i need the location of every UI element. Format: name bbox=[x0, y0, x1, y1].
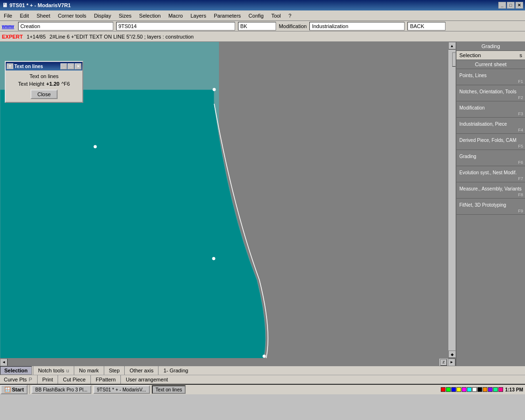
sep4 bbox=[124, 366, 125, 375]
color-swatch-ffffff[interactable] bbox=[472, 387, 477, 392]
fpattern[interactable]: FPattern bbox=[92, 376, 119, 383]
taskbar-flashback[interactable]: BB FlashBack Pro 3 Pl... bbox=[31, 385, 91, 394]
color-swatch-000000[interactable] bbox=[477, 387, 482, 392]
right-panel-btn-9[interactable]: FitNet, 3D PrototypingF9 bbox=[456, 199, 525, 215]
color-swatch-ff0000[interactable] bbox=[441, 387, 446, 392]
grading-header: Grading bbox=[456, 42, 525, 51]
menu-item-display[interactable]: Display bbox=[90, 12, 115, 20]
right-panel-btn-6[interactable]: GradingF6 bbox=[456, 150, 525, 166]
menu-item-file[interactable]: File bbox=[0, 12, 16, 20]
sep7 bbox=[58, 375, 58, 384]
minimize-button[interactable]: _ bbox=[498, 2, 506, 9]
curve-pts[interactable]: Curve Pts P bbox=[0, 376, 36, 383]
menu-item-config[interactable]: Config bbox=[245, 12, 267, 20]
selection-tool[interactable]: Selection bbox=[0, 366, 32, 375]
menu-item-parameters[interactable]: Parameters bbox=[210, 12, 245, 20]
grading-tool[interactable]: 1- Grading bbox=[159, 367, 192, 374]
no-mark[interactable]: No mark bbox=[75, 367, 103, 374]
right-panel-btn-7[interactable]: Evolution syst., Nest Modif.F7 bbox=[456, 166, 525, 182]
dialog-restore[interactable]: □ bbox=[68, 63, 74, 70]
sep8 bbox=[90, 375, 91, 384]
titlebar-left: 🖥 9TS01 * + - ModarisV7R1 bbox=[2, 2, 71, 9]
sheet-field: 9TS014 bbox=[116, 22, 235, 30]
dialog-close-x[interactable]: ✕ bbox=[75, 63, 81, 70]
user-arrangement[interactable]: User arrangement bbox=[122, 376, 172, 383]
menu-item-?[interactable]: ? bbox=[285, 12, 295, 20]
expert-label: EXPERT bbox=[2, 34, 23, 40]
selection-label: Selection bbox=[459, 52, 481, 58]
right-panel-btn-2[interactable]: Notches, Orientation, ToolsF2 bbox=[456, 85, 525, 101]
titlebar-controls: _ □ ✕ bbox=[498, 2, 523, 9]
color-swatch-00ff00[interactable] bbox=[446, 387, 451, 392]
infobar: EXPERT 1+14/85 2#Line 6 +"EDIT TEXT ON L… bbox=[0, 31, 525, 42]
scroll-left[interactable]: ◄ bbox=[0, 359, 8, 366]
color-swatch-0000ff[interactable] bbox=[451, 387, 456, 392]
menu-item-selection[interactable]: Selection bbox=[135, 12, 164, 20]
taskbar-time: 1:13 PM bbox=[505, 387, 523, 392]
cut-piece[interactable]: Cut Piece bbox=[59, 376, 89, 383]
selection-key: s bbox=[520, 52, 523, 58]
text-height-shortcut: ^F6 bbox=[61, 81, 70, 87]
svg-point-0 bbox=[94, 145, 97, 148]
menu-item-macro[interactable]: Macro bbox=[165, 12, 187, 20]
scroll-mid[interactable]: ◆ bbox=[448, 350, 456, 358]
scroll-right[interactable]: ► bbox=[448, 359, 456, 366]
maximize-button[interactable]: □ bbox=[507, 2, 515, 9]
scroll-thumb-v[interactable] bbox=[452, 52, 456, 67]
notch-tools[interactable]: Notch tools u bbox=[34, 367, 73, 374]
taskbar-textonlines[interactable]: Text on lines bbox=[152, 385, 186, 394]
info-code: 1+14/85 bbox=[27, 34, 46, 40]
current-sheet-button[interactable]: Current sheet bbox=[456, 60, 525, 69]
right-panel-btn-8[interactable]: Measure., Assembly, VariantsF8 bbox=[456, 182, 525, 199]
menu-item-tool[interactable]: Tool bbox=[267, 12, 285, 20]
print-tool[interactable]: Print bbox=[39, 376, 57, 383]
menu-item-sizes[interactable]: Sizes bbox=[115, 12, 135, 20]
color-swatch-ffff00[interactable] bbox=[456, 387, 461, 392]
dialog-close-button[interactable]: Close bbox=[30, 90, 57, 99]
taskbar-modaris[interactable]: 9TS01 * + - ModarisV... bbox=[93, 385, 150, 394]
dialog-icon: T bbox=[7, 63, 13, 69]
vertical-scrollbar[interactable]: ▲ ◆ ▼ bbox=[448, 42, 456, 366]
menu-item-sheet[interactable]: Sheet bbox=[33, 12, 54, 20]
dialog-text-height: Text Height +1.20 ^F6 bbox=[9, 81, 79, 87]
step-tool[interactable]: Step bbox=[105, 367, 124, 374]
color-swatch-ff8800[interactable] bbox=[483, 387, 487, 392]
right-panel-btn-5[interactable]: Derived Piece, Folds, CAMF5 bbox=[456, 134, 525, 150]
titlebar: 🖥 9TS01 * + - ModarisV7R1 _ □ ✕ bbox=[0, 0, 525, 10]
color-swatch-00ffff[interactable] bbox=[467, 387, 472, 392]
right-panel-btn-3[interactable]: ModificationF3 bbox=[456, 101, 525, 118]
www-link[interactable]: www bbox=[2, 23, 14, 29]
scroll-up[interactable]: ▲ bbox=[448, 42, 456, 50]
sep2 bbox=[74, 366, 74, 375]
back-field: BACK bbox=[407, 22, 446, 30]
menubar: FileEditSheetCorner toolsDisplaySizesSel… bbox=[0, 10, 525, 21]
close-button[interactable]: ✕ bbox=[515, 2, 523, 9]
scroll-track-h[interactable] bbox=[8, 359, 439, 366]
svg-point-1 bbox=[213, 88, 216, 91]
other-axis[interactable]: Other axis bbox=[126, 367, 157, 374]
dialog-minimize[interactable]: _ bbox=[60, 63, 67, 70]
color-swatch-ff0088[interactable] bbox=[498, 387, 503, 392]
menu-item-corner-tools[interactable]: Corner tools bbox=[54, 12, 90, 20]
dialog-main-label: Text on lines bbox=[9, 73, 79, 79]
dialog-title: Text on lines bbox=[14, 64, 43, 69]
right-panel: Grading Selection s Current sheet Points… bbox=[456, 42, 525, 366]
right-panel-btn-4[interactable]: Industrialisation, PieceF4 bbox=[456, 118, 525, 134]
right-panel-btn-1[interactable]: Points, LinesF1 bbox=[456, 69, 525, 85]
color-swatch-ff00ff[interactable] bbox=[462, 387, 466, 392]
menu-item-edit[interactable]: Edit bbox=[16, 12, 33, 20]
dialog-titlebar[interactable]: T Text on lines _ □ ✕ bbox=[6, 62, 82, 70]
taskbar-right: 1:13 PM bbox=[441, 387, 525, 392]
status-text: 2#Line 6 +"EDIT TEXT ON LINE 5"/2.50 ; l… bbox=[50, 34, 194, 40]
taskbar: 🪟 Start BB FlashBack Pro 3 Pl... 9TS01 *… bbox=[0, 384, 525, 394]
horizontal-scrollbar[interactable]: ◄ Z ► bbox=[0, 358, 456, 366]
sep3 bbox=[104, 366, 104, 375]
zoom-z[interactable]: Z bbox=[440, 359, 447, 366]
start-button[interactable]: 🪟 Start bbox=[0, 385, 28, 394]
modification-label: Modification bbox=[279, 23, 307, 29]
color-swatch-00ff88[interactable] bbox=[493, 387, 498, 392]
color-swatch-8800ff[interactable] bbox=[488, 387, 493, 392]
menu-item-layers[interactable]: Layers bbox=[187, 12, 210, 20]
canvas-area[interactable]: EDIT TEXT EDIT TEXT ON LINE 5 3 T Text o… bbox=[0, 42, 456, 366]
creation-field: Creation bbox=[18, 22, 113, 30]
